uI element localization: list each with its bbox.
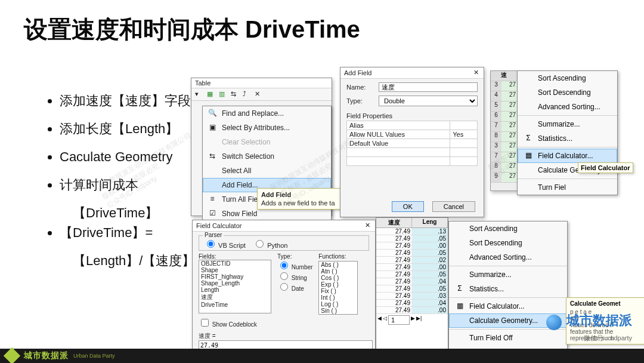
- nav-first-icon[interactable]: ◀: [377, 315, 382, 325]
- footer-title-cn: 城市数据派: [24, 350, 69, 361]
- menu-item[interactable]: Sort Ascending: [518, 71, 617, 85]
- menu-item-label: Advanced Sorting...: [469, 253, 532, 262]
- list-item[interactable]: Length: [199, 287, 271, 293]
- table-row[interactable]: 27.49.00: [376, 307, 448, 314]
- fields-listbox[interactable]: OBJECTIDShapeFIRST_highwayShape_LengthLe…: [199, 260, 271, 313]
- menu-item[interactable]: Summarize...: [518, 117, 617, 131]
- list-item[interactable]: Sqr ( ): [319, 314, 357, 315]
- menu-item-label: Summarize...: [469, 270, 512, 279]
- list-item[interactable]: DriveTime: [199, 302, 271, 308]
- table-panel-title: Table: [195, 79, 210, 87]
- table-row[interactable]: 27.49.02: [376, 257, 448, 264]
- menu-item[interactable]: Advanced Sorting...: [518, 100, 617, 114]
- bullet: 计算时间成本: [60, 175, 212, 195]
- menu-item[interactable]: Advanced Sorting...: [449, 250, 567, 264]
- table-row[interactable]: 27.49.04: [376, 278, 448, 285]
- menu-item: Clear Selection: [203, 135, 331, 149]
- close-icon[interactable]: ✕: [363, 222, 371, 230]
- field-properties-label: Field Properties: [346, 112, 478, 119]
- menu-item[interactable]: 🔍Find and Replace...: [203, 106, 331, 121]
- type-string-radio[interactable]: String: [277, 270, 312, 281]
- toolbar-switch-icon[interactable]: ⇆: [231, 90, 239, 99]
- table-row[interactable]: 27.49.05: [376, 235, 448, 242]
- menu-item[interactable]: Sort Ascending: [449, 222, 567, 236]
- menu-item-icon: ☑: [208, 209, 217, 219]
- list-item[interactable]: 速度: [199, 293, 271, 302]
- list-item[interactable]: OBJECTID: [199, 260, 271, 267]
- table-nav[interactable]: ◀ ◁ ▶ ▶|: [376, 314, 448, 326]
- menu-item[interactable]: ΣStatistics...: [449, 282, 567, 296]
- menu-item[interactable]: Turn Fiel: [518, 180, 617, 195]
- menu-item[interactable]: Sort Descending: [518, 85, 617, 100]
- list-item[interactable]: Log ( ): [319, 301, 357, 307]
- menu-item[interactable]: Summarize...: [449, 267, 567, 282]
- menu-item-label: Clear Selection: [222, 138, 270, 146]
- table-row[interactable]: 27.49.00: [376, 242, 448, 250]
- field-properties-grid[interactable]: Alias Allow NULL ValuesYes Default Value: [346, 121, 478, 166]
- menu-item-label: Turn Field Off: [469, 334, 513, 342]
- field-calculator-dialog: Field Calculator ✕ Parser VB Script Pyth…: [192, 220, 376, 362]
- list-item[interactable]: Abs ( ): [319, 262, 357, 268]
- cancel-button[interactable]: Cancel: [432, 201, 475, 212]
- nav-last-icon[interactable]: ▶|: [416, 315, 422, 325]
- toolbar-menu-icon[interactable]: ▾: [195, 90, 203, 99]
- table-row[interactable]: 27.49.00: [376, 264, 448, 271]
- list-item[interactable]: Exp ( ): [319, 281, 357, 288]
- menu-item-icon: [524, 119, 533, 129]
- nav-index-input[interactable]: [388, 315, 410, 325]
- functions-listbox[interactable]: Abs ( )Atn ( )Cos ( )Exp ( )Fix ( )Int (…: [318, 261, 358, 315]
- list-item[interactable]: Fix ( ): [319, 288, 357, 294]
- menu-item-label: Sort Descending: [538, 88, 591, 97]
- ok-button[interactable]: OK: [392, 201, 424, 212]
- menu-item-icon: [524, 102, 533, 112]
- menu-item-label: Field Calculator...: [538, 152, 593, 160]
- toolbar-close-icon[interactable]: ✕: [255, 90, 263, 99]
- show-codeblock-checkbox[interactable]: Show Codeblock: [199, 317, 369, 328]
- table-row[interactable]: 27.49.13: [376, 228, 448, 235]
- nav-next-icon[interactable]: ▶: [411, 315, 415, 325]
- menu-item-icon: [208, 180, 217, 190]
- field-type-select[interactable]: Double: [379, 96, 478, 106]
- table-row[interactable]: 27.49.05: [376, 271, 448, 278]
- field-calculator-tooltip: Field Calculator: [578, 162, 633, 173]
- toolbar-select-icon[interactable]: ▥: [219, 90, 227, 99]
- toolbar-related-icon[interactable]: ▦: [207, 90, 215, 99]
- menu-item-label: Turn Fiel: [538, 183, 566, 192]
- table-row[interactable]: 27.49.05: [376, 250, 448, 257]
- list-item[interactable]: Sin ( ): [319, 307, 357, 314]
- brand-main: 城市数据派: [566, 313, 632, 328]
- list-item[interactable]: Cos ( ): [319, 275, 357, 281]
- table-toolbar[interactable]: ▾ ▦ ▥ ⇆ ⤴ ✕: [191, 88, 332, 101]
- table-row[interactable]: 27.49.04: [376, 300, 448, 307]
- col-header[interactable]: Leng: [412, 218, 448, 227]
- list-item[interactable]: Int ( ): [319, 294, 357, 301]
- close-icon[interactable]: ✕: [472, 69, 480, 77]
- list-item[interactable]: Shape: [199, 267, 271, 273]
- parser-python-radio[interactable]: Python: [253, 242, 287, 249]
- list-item[interactable]: Shape_Length: [199, 280, 271, 287]
- table-row[interactable]: 27.49.03: [376, 293, 448, 300]
- menu-item[interactable]: Sort Descending: [449, 236, 567, 250]
- menu-item-icon: [524, 165, 533, 175]
- menu-item-label: Summarize...: [538, 120, 580, 128]
- attribute-table[interactable]: 速度 Leng 27.49.1327.49.0527.49.0027.49.05…: [376, 217, 448, 356]
- menu-item[interactable]: ▣Select By Attributes...: [203, 121, 331, 135]
- toolbar-export-icon[interactable]: ⤴: [243, 90, 251, 99]
- col-header[interactable]: 速度: [376, 218, 412, 227]
- menu-item-label: Select All: [222, 167, 251, 175]
- menu-item-icon: [524, 73, 533, 83]
- menu-item[interactable]: ⇆Switch Selection: [203, 149, 331, 164]
- menu-item-icon: ⇆: [208, 152, 217, 161]
- nav-prev-icon[interactable]: ◁: [383, 315, 387, 325]
- type-number-radio[interactable]: Number: [277, 260, 312, 270]
- parser-vbscript-radio[interactable]: VB Script: [204, 242, 246, 249]
- list-item[interactable]: FIRST_highway: [199, 273, 271, 280]
- list-item[interactable]: Atn ( ): [319, 268, 357, 275]
- type-date-radio[interactable]: Date: [277, 281, 312, 292]
- field-name-input[interactable]: [379, 82, 478, 92]
- parser-group-label: Parser: [203, 232, 224, 238]
- menu-item[interactable]: ΣStatistics...: [518, 131, 617, 146]
- table-row[interactable]: 27.49.05: [376, 285, 448, 293]
- menu-item[interactable]: Select All: [203, 164, 331, 178]
- menu-item[interactable]: ▦Field Calculator...: [518, 149, 617, 163]
